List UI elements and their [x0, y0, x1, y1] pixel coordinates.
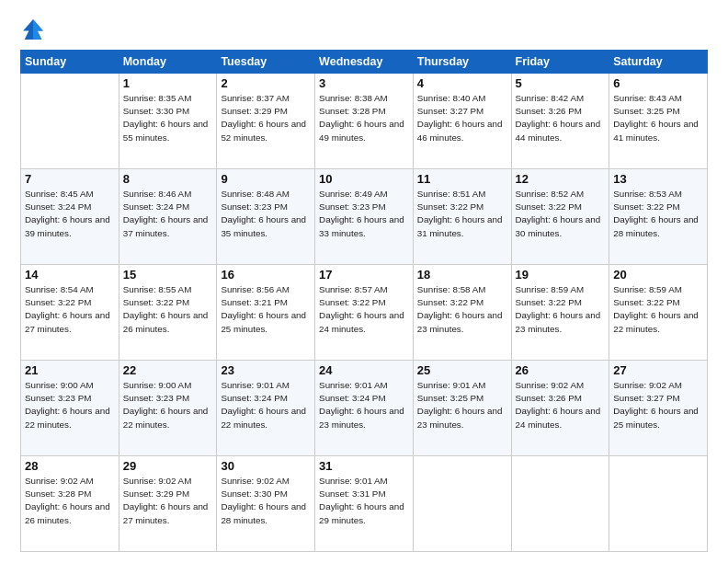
header — [20, 17, 708, 42]
day-number: 27 — [613, 363, 703, 377]
calendar-cell: 16Sunrise: 8:56 AMSunset: 3:21 PMDayligh… — [217, 265, 315, 361]
calendar-cell: 12Sunrise: 8:52 AMSunset: 3:22 PMDayligh… — [511, 169, 609, 265]
day-number: 31 — [319, 459, 409, 473]
calendar-cell: 28Sunrise: 9:02 AMSunset: 3:28 PMDayligh… — [21, 456, 119, 552]
calendar-cell — [21, 74, 119, 169]
day-number: 14 — [25, 268, 115, 282]
cell-info: Sunrise: 8:52 AMSunset: 3:22 PMDaylight:… — [516, 188, 606, 240]
cell-info: Sunrise: 9:02 AMSunset: 3:30 PMDaylight:… — [221, 475, 311, 527]
cell-info: Sunrise: 9:02 AMSunset: 3:28 PMDaylight:… — [25, 475, 115, 527]
logo — [20, 17, 50, 42]
day-number: 5 — [516, 76, 606, 90]
calendar-table: SundayMondayTuesdayWednesdayThursdayFrid… — [20, 50, 708, 552]
day-number: 24 — [319, 363, 409, 377]
calendar-cell: 6Sunrise: 8:43 AMSunset: 3:25 PMDaylight… — [609, 74, 708, 169]
day-number: 23 — [221, 363, 311, 377]
day-number: 25 — [417, 363, 507, 377]
calendar-cell: 3Sunrise: 8:38 AMSunset: 3:28 PMDaylight… — [315, 74, 414, 169]
weekday-header-monday: Monday — [119, 51, 217, 74]
day-number: 9 — [221, 172, 311, 186]
calendar-cell: 21Sunrise: 9:00 AMSunset: 3:23 PMDayligh… — [21, 361, 119, 456]
cell-info: Sunrise: 9:02 AMSunset: 3:26 PMDaylight:… — [516, 379, 606, 431]
day-number: 26 — [516, 363, 606, 377]
weekday-header-tuesday: Tuesday — [217, 51, 315, 74]
svg-marker-1 — [33, 19, 43, 40]
calendar-cell: 1Sunrise: 8:35 AMSunset: 3:30 PMDaylight… — [119, 74, 217, 169]
day-number: 15 — [123, 268, 213, 282]
day-number: 18 — [417, 268, 507, 282]
day-number: 17 — [319, 268, 409, 282]
calendar-cell: 10Sunrise: 8:49 AMSunset: 3:23 PMDayligh… — [315, 169, 414, 265]
weekday-header-thursday: Thursday — [413, 51, 511, 74]
calendar-cell: 19Sunrise: 8:59 AMSunset: 3:22 PMDayligh… — [511, 265, 609, 361]
day-number: 11 — [417, 172, 507, 186]
day-number: 10 — [319, 172, 409, 186]
week-row-1: 1Sunrise: 8:35 AMSunset: 3:30 PMDaylight… — [21, 74, 708, 169]
weekday-header-friday: Friday — [511, 51, 609, 74]
day-number: 21 — [25, 363, 115, 377]
weekday-header-sunday: Sunday — [21, 51, 119, 74]
week-row-3: 14Sunrise: 8:54 AMSunset: 3:22 PMDayligh… — [21, 265, 708, 361]
calendar-cell: 4Sunrise: 8:40 AMSunset: 3:27 PMDaylight… — [413, 74, 511, 169]
cell-info: Sunrise: 8:55 AMSunset: 3:22 PMDaylight:… — [123, 283, 213, 336]
cell-info: Sunrise: 9:00 AMSunset: 3:23 PMDaylight:… — [25, 379, 115, 431]
calendar-cell — [413, 456, 511, 552]
day-number: 1 — [123, 76, 213, 90]
cell-info: Sunrise: 9:00 AMSunset: 3:23 PMDaylight:… — [123, 379, 213, 431]
day-number: 4 — [417, 76, 507, 90]
calendar-cell: 27Sunrise: 9:02 AMSunset: 3:27 PMDayligh… — [609, 361, 708, 456]
day-number: 6 — [613, 76, 703, 90]
cell-info: Sunrise: 8:42 AMSunset: 3:26 PMDaylight:… — [516, 92, 606, 144]
calendar-cell: 17Sunrise: 8:57 AMSunset: 3:22 PMDayligh… — [315, 265, 414, 361]
week-row-4: 21Sunrise: 9:00 AMSunset: 3:23 PMDayligh… — [21, 361, 708, 456]
weekday-header-saturday: Saturday — [609, 51, 708, 74]
cell-info: Sunrise: 9:02 AMSunset: 3:27 PMDaylight:… — [613, 379, 703, 431]
cell-info: Sunrise: 8:49 AMSunset: 3:23 PMDaylight:… — [319, 188, 409, 240]
cell-info: Sunrise: 8:48 AMSunset: 3:23 PMDaylight:… — [221, 188, 311, 240]
cell-info: Sunrise: 8:40 AMSunset: 3:27 PMDaylight:… — [417, 92, 507, 144]
calendar-cell: 31Sunrise: 9:01 AMSunset: 3:31 PMDayligh… — [315, 456, 414, 552]
cell-info: Sunrise: 8:57 AMSunset: 3:22 PMDaylight:… — [319, 283, 409, 336]
cell-info: Sunrise: 8:56 AMSunset: 3:21 PMDaylight:… — [221, 283, 311, 336]
day-number: 2 — [221, 76, 311, 90]
weekday-header-row: SundayMondayTuesdayWednesdayThursdayFrid… — [21, 51, 708, 74]
calendar-cell: 15Sunrise: 8:55 AMSunset: 3:22 PMDayligh… — [119, 265, 217, 361]
calendar-cell: 22Sunrise: 9:00 AMSunset: 3:23 PMDayligh… — [119, 361, 217, 456]
calendar-cell: 11Sunrise: 8:51 AMSunset: 3:22 PMDayligh… — [413, 169, 511, 265]
calendar-cell — [609, 456, 708, 552]
day-number: 30 — [221, 459, 311, 473]
calendar-cell: 25Sunrise: 9:01 AMSunset: 3:25 PMDayligh… — [413, 361, 511, 456]
calendar-cell — [511, 456, 609, 552]
calendar-cell: 30Sunrise: 9:02 AMSunset: 3:30 PMDayligh… — [217, 456, 315, 552]
cell-info: Sunrise: 8:43 AMSunset: 3:25 PMDaylight:… — [613, 92, 703, 144]
logo-icon — [20, 17, 46, 42]
day-number: 12 — [516, 172, 606, 186]
day-number: 13 — [613, 172, 703, 186]
calendar-cell: 2Sunrise: 8:37 AMSunset: 3:29 PMDaylight… — [217, 74, 315, 169]
day-number: 22 — [123, 363, 213, 377]
calendar-cell: 20Sunrise: 8:59 AMSunset: 3:22 PMDayligh… — [609, 265, 708, 361]
cell-info: Sunrise: 8:37 AMSunset: 3:29 PMDaylight:… — [221, 92, 311, 144]
day-number: 16 — [221, 268, 311, 282]
page: SundayMondayTuesdayWednesdayThursdayFrid… — [0, 0, 728, 563]
day-number: 29 — [123, 459, 213, 473]
cell-info: Sunrise: 9:01 AMSunset: 3:31 PMDaylight:… — [319, 475, 409, 527]
day-number: 28 — [25, 459, 115, 473]
calendar-cell: 23Sunrise: 9:01 AMSunset: 3:24 PMDayligh… — [217, 361, 315, 456]
day-number: 7 — [25, 172, 115, 186]
cell-info: Sunrise: 8:35 AMSunset: 3:30 PMDaylight:… — [123, 92, 213, 144]
cell-info: Sunrise: 9:02 AMSunset: 3:29 PMDaylight:… — [123, 475, 213, 527]
day-number: 8 — [123, 172, 213, 186]
calendar-cell: 8Sunrise: 8:46 AMSunset: 3:24 PMDaylight… — [119, 169, 217, 265]
cell-info: Sunrise: 8:38 AMSunset: 3:28 PMDaylight:… — [319, 92, 409, 144]
cell-info: Sunrise: 9:01 AMSunset: 3:25 PMDaylight:… — [417, 379, 507, 431]
cell-info: Sunrise: 8:46 AMSunset: 3:24 PMDaylight:… — [123, 188, 213, 240]
cell-info: Sunrise: 8:58 AMSunset: 3:22 PMDaylight:… — [417, 283, 507, 336]
cell-info: Sunrise: 8:54 AMSunset: 3:22 PMDaylight:… — [25, 283, 115, 336]
calendar-cell: 18Sunrise: 8:58 AMSunset: 3:22 PMDayligh… — [413, 265, 511, 361]
cell-info: Sunrise: 8:51 AMSunset: 3:22 PMDaylight:… — [417, 188, 507, 240]
week-row-2: 7Sunrise: 8:45 AMSunset: 3:24 PMDaylight… — [21, 169, 708, 265]
day-number: 3 — [319, 76, 409, 90]
week-row-5: 28Sunrise: 9:02 AMSunset: 3:28 PMDayligh… — [21, 456, 708, 552]
cell-info: Sunrise: 8:59 AMSunset: 3:22 PMDaylight:… — [516, 283, 606, 336]
